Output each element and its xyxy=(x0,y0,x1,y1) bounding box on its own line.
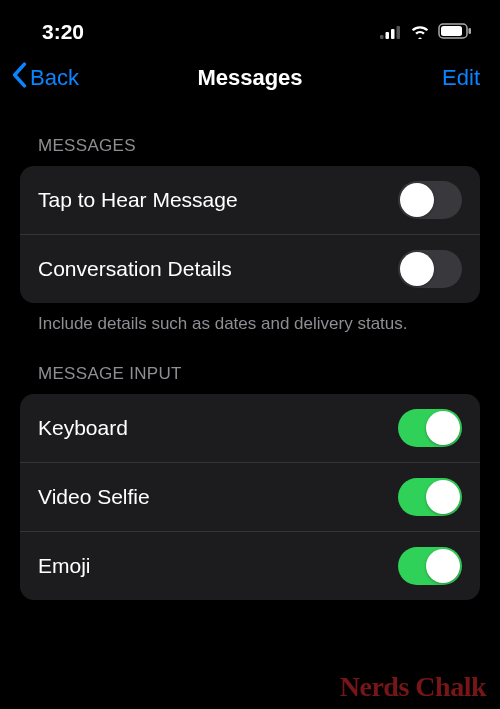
group-messages: Tap to Hear Message Conversation Details xyxy=(20,166,480,303)
row-video-selfie: Video Selfie xyxy=(20,462,480,531)
svg-rect-6 xyxy=(469,28,472,34)
svg-rect-2 xyxy=(391,29,395,39)
edit-button[interactable]: Edit xyxy=(442,65,480,91)
battery-icon xyxy=(438,20,472,44)
group-message-input: Keyboard Video Selfie Emoji xyxy=(20,394,480,600)
row-label: Conversation Details xyxy=(38,257,232,281)
status-bar: 3:20 xyxy=(0,0,500,50)
svg-rect-5 xyxy=(441,26,462,36)
toggle-knob xyxy=(426,411,460,445)
row-keyboard: Keyboard xyxy=(20,394,480,462)
toggle-knob xyxy=(426,480,460,514)
page-title: Messages xyxy=(197,65,302,91)
watermark: Nerds Chalk xyxy=(340,671,486,703)
toggle-knob xyxy=(400,183,434,217)
status-time: 3:20 xyxy=(42,20,84,44)
section-header-messages: MESSAGES xyxy=(20,108,480,166)
row-label: Emoji xyxy=(38,554,91,578)
toggle-knob xyxy=(400,252,434,286)
wifi-icon xyxy=(409,20,431,44)
row-tap-to-hear: Tap to Hear Message xyxy=(20,166,480,234)
svg-rect-1 xyxy=(386,32,390,39)
toggle-tap-to-hear[interactable] xyxy=(398,181,462,219)
row-emoji: Emoji xyxy=(20,531,480,600)
svg-rect-0 xyxy=(380,35,384,39)
row-label: Tap to Hear Message xyxy=(38,188,238,212)
settings-content: MESSAGES Tap to Hear Message Conversatio… xyxy=(0,108,500,600)
row-label: Keyboard xyxy=(38,416,128,440)
back-label: Back xyxy=(30,65,79,91)
cellular-icon xyxy=(380,20,402,44)
toggle-emoji[interactable] xyxy=(398,547,462,585)
nav-bar: Back Messages Edit xyxy=(0,50,500,108)
section-header-message-input: MESSAGE INPUT xyxy=(20,336,480,394)
row-conversation-details: Conversation Details xyxy=(20,234,480,303)
row-label: Video Selfie xyxy=(38,485,150,509)
section-footer-messages: Include details such as dates and delive… xyxy=(20,303,480,336)
chevron-left-icon xyxy=(10,62,28,94)
status-icons xyxy=(380,20,472,44)
toggle-video-selfie[interactable] xyxy=(398,478,462,516)
svg-rect-3 xyxy=(397,26,401,39)
toggle-knob xyxy=(426,549,460,583)
back-button[interactable]: Back xyxy=(10,62,79,94)
toggle-conversation-details[interactable] xyxy=(398,250,462,288)
toggle-keyboard[interactable] xyxy=(398,409,462,447)
